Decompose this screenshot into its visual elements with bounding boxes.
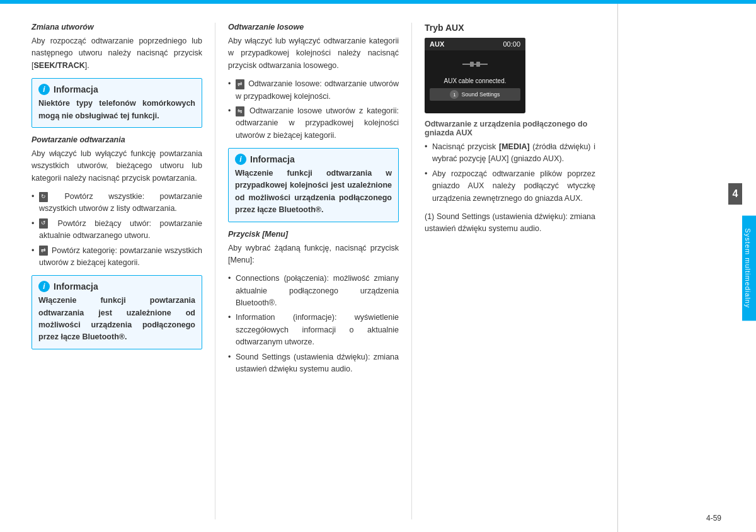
list-item: Information (informacje): wyświetlenie s… bbox=[228, 312, 399, 348]
aux-time: 00:00 bbox=[503, 40, 520, 48]
bullet-list-aux: Nacisnąć przycisk [MEDIA] (źródła dźwięk… bbox=[425, 141, 595, 205]
aux-label: AUX bbox=[430, 40, 444, 48]
seek-track-label: SEEK/TRACK bbox=[33, 61, 84, 70]
list-item: ⇌ Odtwarzanie losowe: odtwarzanie utworó… bbox=[228, 78, 399, 103]
divider-2 bbox=[411, 23, 412, 519]
section-text-zmiana: Aby rozpocząć odtwarzanie poprzedniego l… bbox=[32, 35, 202, 72]
bullet-list-powtarzanie: ↻ Powtórz wszystkie: powtarzanie wszystk… bbox=[32, 191, 202, 269]
info-box-1-title: Informacja bbox=[54, 84, 98, 94]
svg-rect-1 bbox=[470, 62, 474, 67]
section-text-menu: Aby wybrać żądaną funkcję, nacisnąć przy… bbox=[228, 242, 399, 267]
info-box-2-text: Włączenie funkcji powtarzania odtwarzani… bbox=[38, 295, 195, 344]
info-box-1: i Informacja Niektóre typy telefonów kom… bbox=[32, 78, 202, 128]
page-content: Zmiana utworów Aby rozpocząć odtwarzanie… bbox=[0, 4, 756, 532]
odtwarzanie-aux-title: Odtwarzanie z urządzenia podłączonego do… bbox=[425, 120, 595, 137]
info-box-3-title: Informacja bbox=[250, 154, 295, 164]
bullet-text: Odtwarzanie losowe utworów z kategorii: … bbox=[236, 106, 399, 140]
page-number: 4-59 bbox=[706, 514, 721, 523]
info-box-2-title: Informacja bbox=[54, 281, 98, 291]
bullet-text: Connections (połączenia): możliwość zmia… bbox=[236, 274, 399, 307]
list-item: Sound Settings (ustawienia dźwięku): zmi… bbox=[228, 351, 399, 376]
info-box-1-text: Niektóre typy telefonów komórkowych mogą… bbox=[38, 98, 195, 122]
list-item: ↻ Powtórz wszystkie: powtarzanie wszystk… bbox=[32, 191, 202, 215]
footnote-aux: (1) Sound Settings (ustawienia dźwięku):… bbox=[425, 211, 595, 235]
section-title-menu: Przycisk [Menu] bbox=[228, 230, 399, 239]
aux-sound-settings-label: Sound Settings bbox=[461, 91, 500, 98]
svg-rect-3 bbox=[476, 62, 480, 67]
info-box-3-text: Włączenie funkcji odtwarzania w przypadk… bbox=[235, 167, 392, 217]
column-1: Zmiana utworów Aby rozpocząć odtwarzanie… bbox=[32, 23, 212, 519]
info-box-1-header: i Informacja bbox=[38, 84, 195, 95]
aux-screen: AUX 00:00 bbox=[425, 38, 525, 113]
bullet-list-losowe: ⇌ Odtwarzanie losowe: odtwarzanie utworó… bbox=[228, 78, 399, 142]
list-item: Connections (połączenia): możliwość zmia… bbox=[228, 273, 399, 309]
odtwarzanie-aux-text: Odtwarzanie z urządzenia podłączonego do… bbox=[425, 120, 587, 137]
chapter-tab: System multimedialny bbox=[742, 215, 756, 320]
aux-cable-icon bbox=[462, 58, 488, 74]
aux-sound-settings-button[interactable]: 1 Sound Settings bbox=[430, 88, 520, 101]
divider-1 bbox=[215, 23, 215, 519]
right-sidebar: 4 System multimedialny bbox=[617, 4, 756, 532]
column-3: Tryb AUX AUX 00:00 bbox=[415, 23, 605, 519]
footnote-num: (1) bbox=[425, 212, 434, 221]
list-item: Aby rozpocząć odtwarzanie plików poprzez… bbox=[425, 168, 595, 205]
aux-top-bar: AUX 00:00 bbox=[425, 38, 525, 50]
footnote-text: Sound Settings (ustawienia dźwięku): zmi… bbox=[425, 212, 595, 233]
bullet-text: Powtórz wszystkie: powtarzanie wszystkic… bbox=[39, 192, 202, 213]
media-label: [MEDIA] bbox=[499, 142, 530, 151]
aux-middle: AUX cable connected. 1 Sound Settings bbox=[425, 50, 525, 105]
info-icon-3: i bbox=[235, 154, 246, 165]
section-title-losowe: Odtwarzanie losowe bbox=[228, 23, 399, 31]
chapter-number: 4 bbox=[728, 183, 742, 205]
three-columns: Zmiana utworów Aby rozpocząć odtwarzanie… bbox=[32, 23, 605, 519]
repeat-all-icon: ↻ bbox=[39, 192, 48, 202]
section-text-losowe: Aby włączyć lub wyłączyć odtwarzanie kat… bbox=[228, 35, 399, 72]
section-title-powtarzanie: Powtarzanie odtwarzania bbox=[32, 135, 202, 144]
info-box-2: i Informacja Włączenie funkcji powtarzan… bbox=[32, 275, 202, 349]
info-icon-1: i bbox=[38, 84, 50, 95]
list-item: ⇋ Odtwarzanie losowe utworów z kategorii… bbox=[228, 105, 399, 142]
bullet-text: Powtórz bieżący utwór: powtarzanie aktua… bbox=[39, 219, 202, 240]
info-box-3: i Informacja Włączenie funkcji odtwarzan… bbox=[228, 148, 399, 222]
section-text-powtarzanie: Aby włączyć lub wyłączyć funkcję powtarz… bbox=[32, 148, 202, 184]
aux-connected-text: AUX cable connected. bbox=[444, 77, 507, 84]
section-title-zmiana: Zmiana utworów bbox=[32, 23, 202, 31]
list-item: ⇄ Powtórz kategorię: powtarzanie wszystk… bbox=[32, 245, 202, 269]
bullet-text: Powtórz kategorię: powtarzanie wszystkic… bbox=[39, 246, 202, 267]
list-item: Nacisnąć przycisk [MEDIA] (źródła dźwięk… bbox=[425, 141, 595, 166]
bullet-text: Odtwarzanie losowe: odtwarzanie utworów … bbox=[236, 79, 399, 100]
bullet-text: Sound Settings (ustawienia dźwięku): zmi… bbox=[236, 353, 399, 373]
bullet-text: Information (informacje): wyświetlenie s… bbox=[236, 313, 399, 346]
shuffle-cat-icon: ⇋ bbox=[236, 106, 244, 116]
repeat-one-icon: ↺ bbox=[39, 218, 48, 229]
list-item: ↺ Powtórz bieżący utwór: powtarzanie akt… bbox=[32, 218, 202, 242]
tryb-aux-title: Tryb AUX bbox=[425, 23, 595, 33]
column-2: Odtwarzanie losowe Aby włączyć lub wyłąc… bbox=[219, 23, 408, 519]
chapter-label: System multimedialny bbox=[744, 228, 752, 308]
repeat-cat-icon: ⇄ bbox=[39, 246, 48, 256]
main-area: Zmiana utworów Aby rozpocząć odtwarzanie… bbox=[0, 4, 617, 532]
info-icon-2: i bbox=[38, 281, 50, 292]
aux-btn-number: 1 bbox=[450, 90, 459, 99]
bullet-list-menu: Connections (połączenia): możliwość zmia… bbox=[228, 273, 399, 375]
info-box-3-header: i Informacja bbox=[235, 154, 392, 165]
shuffle-icon: ⇌ bbox=[236, 79, 244, 89]
info-box-2-header: i Informacja bbox=[38, 281, 195, 292]
